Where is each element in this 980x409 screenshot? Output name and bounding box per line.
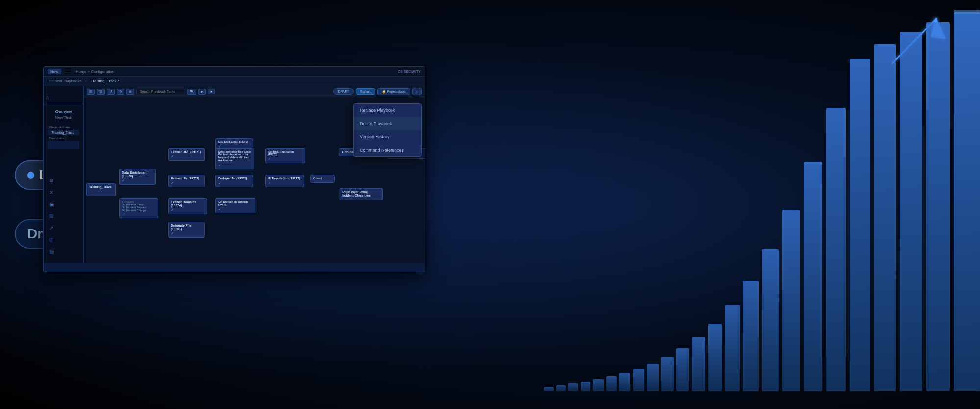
top-icons: D3 SECURITY — [398, 70, 421, 73]
node-ip-reputation[interactable]: IP Reputation (19377) ✓ — [265, 175, 304, 187]
menu-version-history[interactable]: Version History — [354, 130, 421, 144]
tab-overview[interactable]: Overview — [55, 109, 72, 114]
tab-new-task[interactable]: New Task — [55, 115, 72, 120]
draft-badge: DRAFT — [333, 88, 353, 95]
permissions-button[interactable]: 🔒 Permissions — [377, 88, 410, 95]
node-dedupe-ips[interactable]: Dedupe IPs (19373) ✓ — [215, 175, 253, 187]
breadcrumb: Home > Configuration — [76, 69, 114, 74]
share-icon[interactable]: ↗ — [48, 224, 55, 231]
play-btn[interactable]: ▶ — [198, 89, 206, 95]
canvas-toolbar: ⊞ ◫ ↺ ↻ ⊕ 🔍 ▶ ■ DRAFT Submit 🔒 Permissio… — [84, 86, 425, 97]
playbook-name-value: Training_Track — [48, 130, 79, 135]
breadcrumb-incident: Incident Playbooks — [49, 79, 81, 83]
search-input[interactable] — [136, 89, 185, 94]
node-detonate-file[interactable]: Detonate File (19381) ✓ — [168, 222, 205, 238]
toolbar-btn-5[interactable]: ⊕ — [126, 89, 134, 95]
top-bar: New ☰ Home > Configuration D3 SECURITY — [44, 67, 425, 77]
canvas-area: ⊞ ◫ ↺ ↻ ⊕ 🔍 ▶ ■ DRAFT Submit 🔒 Permissio… — [84, 86, 425, 263]
action-buttons: DRAFT Submit 🔒 Permissions ... — [333, 88, 422, 95]
node-data-enrichment[interactable]: Data Enrichment (19370) ✓ — [119, 169, 156, 185]
node-extract-ips[interactable]: Extract IPs (19372) ✓ — [168, 175, 205, 187]
settings-icon[interactable]: ⚙ — [48, 177, 55, 184]
node-get-url-rep[interactable]: Get URL Reputation (19375) ✓ — [265, 148, 305, 163]
stop-btn[interactable]: ■ — [208, 89, 215, 94]
toolbar-btn-1[interactable]: ⊞ — [87, 89, 95, 95]
node-extract-url[interactable]: Extract URL (19371) ✓ — [168, 148, 205, 161]
toolbar-btn-4[interactable]: ↻ — [117, 89, 124, 95]
app-window: New ☰ Home > Configuration D3 SECURITY I… — [43, 66, 425, 272]
menu-command-references[interactable]: Command References — [354, 144, 421, 156]
d3-security-label: D3 SECURITY — [398, 70, 421, 73]
main-content: ⌂ Overview New Task Playbook Name Traini… — [44, 86, 425, 263]
left-sidebar: ⌂ Overview New Task Playbook Name Traini… — [44, 86, 84, 263]
nav-icon: ☰ — [64, 67, 71, 76]
menu-delete-playbook[interactable]: Delete Playbook — [354, 117, 421, 130]
breadcrumb-track: Training_Track * — [91, 79, 119, 83]
home-icon[interactable]: ⌂ — [44, 93, 51, 101]
description-value — [48, 141, 79, 149]
toolbar-btn-2[interactable]: ◫ — [97, 89, 105, 95]
image-icon[interactable]: ▤ — [48, 247, 55, 255]
database-icon[interactable]: ⊞ — [48, 212, 55, 220]
sidebar-icons-group: ⚙ ✕ ▣ ⊞ ↗ ◎ ▤ — [44, 173, 83, 259]
breadcrumb-sep: › — [85, 79, 87, 83]
menu-replace-playbook[interactable]: Replace Playbook — [354, 104, 421, 117]
search-btn[interactable]: 🔍 — [187, 89, 196, 95]
wifi-icon[interactable]: ◎ — [48, 235, 55, 243]
node-get-domain-rep[interactable]: Get Domain Reputation (19376) ✓ — [215, 198, 255, 213]
new-button[interactable]: New — [48, 69, 61, 74]
tools-icon[interactable]: ✕ — [48, 188, 55, 196]
second-bar: Incident Playbooks › Training_Track * — [44, 77, 425, 86]
context-menu: Replace Playbook Delete Playbook Version… — [353, 103, 422, 157]
playbook-name-label: Playbook Name — [46, 125, 81, 129]
toolbar-btn-3[interactable]: ↺ — [107, 89, 115, 95]
node-data-formatter[interactable]: Data Formatter Use Case: Get last charac… — [215, 148, 254, 169]
node-begin-calc[interactable]: Begin calculating Incident Close time — [339, 188, 383, 200]
node-extract-domains[interactable]: Extract Domains (19374) ✓ — [168, 198, 207, 214]
node-client[interactable]: Client — [310, 175, 335, 183]
description-label: Description — [46, 136, 81, 141]
node-triggers[interactable]: ▸ Triggers On Incident Close On Incident… — [119, 198, 158, 218]
tv-icon[interactable]: ▣ — [48, 200, 55, 208]
more-button[interactable]: ... — [412, 88, 422, 95]
submit-button[interactable]: Submit — [356, 88, 375, 95]
node-training-track[interactable]: Training_Track → — [86, 183, 116, 196]
